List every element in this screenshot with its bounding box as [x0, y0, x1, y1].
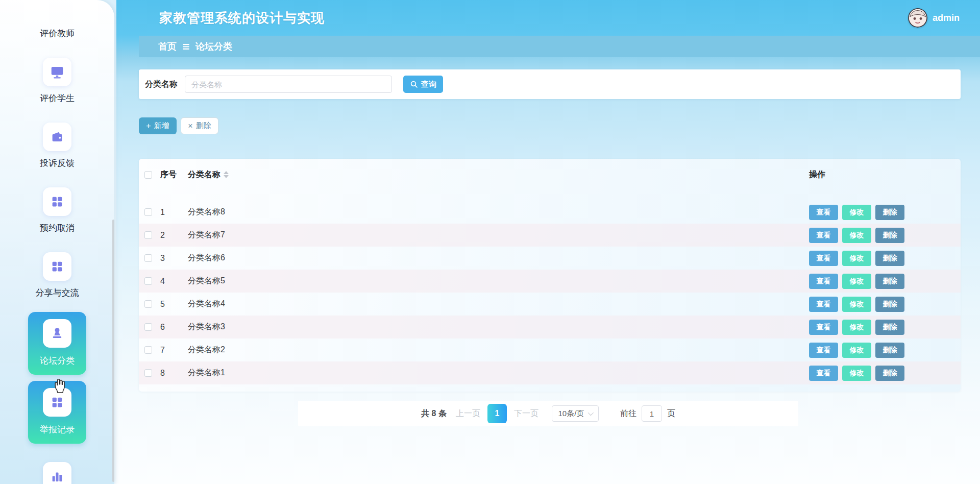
cell-name: 分类名称1 — [188, 368, 809, 378]
top-header: 家教管理系统的设计与实现 admin — [116, 0, 980, 36]
table-row: 2 分类名称7 查看 修改 删除 — [139, 224, 961, 247]
cell-index: 5 — [160, 300, 188, 309]
table-row: 7 分类名称2 查看 修改 删除 — [139, 338, 961, 361]
row-checkbox[interactable] — [144, 254, 152, 262]
sidebar-item-label: 分享与交流 — [36, 287, 79, 299]
content-area: 家教管理系统的设计与实现 admin 首页 — [116, 0, 980, 484]
pagination-bar: 共 8 条 上一页 1 下一页 10条/页 前往 页 — [298, 401, 798, 426]
page-size-select[interactable]: 10条/页 — [552, 405, 599, 422]
row-checkbox[interactable] — [144, 369, 152, 377]
view-button[interactable]: 查看 — [809, 274, 838, 289]
sidebar-item-system-manage[interactable]: 系统管理 — [40, 462, 75, 484]
sidebar-item-forum-category[interactable]: 论坛分类 — [28, 312, 86, 375]
cell-name: 分类名称2 — [188, 345, 809, 355]
select-all-checkbox[interactable] — [144, 171, 152, 179]
edit-button[interactable]: 修改 — [842, 343, 871, 358]
view-button[interactable]: 查看 — [809, 228, 838, 243]
row-checkbox[interactable] — [144, 277, 152, 285]
cell-name: 分类名称7 — [188, 230, 809, 240]
view-button[interactable]: 查看 — [809, 366, 838, 381]
sidebar: 评价教师 评价学生 投诉反馈 预约取消 — [0, 0, 114, 484]
x-icon: × — [188, 122, 192, 130]
delete-button[interactable]: 删除 — [875, 205, 904, 220]
row-checkbox[interactable] — [144, 231, 152, 239]
row-checkbox[interactable] — [144, 346, 152, 354]
current-page-button[interactable]: 1 — [487, 404, 507, 423]
column-header-name: 分类名称 — [188, 170, 809, 180]
edit-button[interactable]: 修改 — [842, 274, 871, 289]
view-button[interactable]: 查看 — [809, 320, 838, 335]
edit-button[interactable]: 修改 — [842, 251, 871, 266]
data-table: 序号 分类名称 操作 1 分类名称8 查看 修改 删除 2 — [139, 159, 961, 392]
edit-button[interactable]: 修改 — [842, 228, 871, 243]
grid-icon — [43, 252, 71, 281]
delete-button[interactable]: 删除 — [875, 274, 904, 289]
breadcrumb: 首页 论坛分类 — [139, 36, 980, 57]
cell-index: 6 — [160, 323, 188, 332]
sidebar-item-rate-student[interactable]: 评价学生 — [40, 58, 75, 104]
breadcrumb-separator-icon — [182, 43, 190, 50]
bar-chart-icon — [43, 462, 71, 484]
grid-icon — [43, 388, 71, 417]
goto-page-group: 前往 页 — [620, 405, 675, 422]
edit-button[interactable]: 修改 — [842, 205, 871, 220]
row-checkbox[interactable] — [144, 300, 152, 308]
sort-control[interactable] — [224, 171, 229, 178]
breadcrumb-home-link[interactable]: 首页 — [158, 40, 177, 53]
cell-name: 分类名称4 — [188, 299, 809, 309]
next-page-button[interactable]: 下一页 — [514, 408, 538, 419]
user-box: admin — [908, 8, 960, 28]
edit-button[interactable]: 修改 — [842, 366, 871, 381]
delete-button[interactable]: 删除 — [875, 343, 904, 358]
delete-button[interactable]: 删除 — [875, 320, 904, 335]
table-row: 6 分类名称3 查看 修改 删除 — [139, 316, 961, 338]
view-button[interactable]: 查看 — [809, 297, 838, 312]
avatar[interactable] — [908, 8, 927, 28]
delete-button[interactable]: 删除 — [875, 366, 904, 381]
monitor-icon — [43, 58, 71, 86]
view-button[interactable]: 查看 — [809, 251, 838, 266]
sidebar-item-rate-teacher[interactable]: 评价教师 — [40, 28, 75, 39]
cell-index: 8 — [160, 369, 188, 378]
search-field-label: 分类名称 — [145, 79, 178, 90]
batch-delete-button[interactable]: × 删除 — [181, 117, 218, 134]
sidebar-item-label: 投诉反馈 — [40, 157, 75, 169]
table-row: 8 分类名称1 查看 修改 删除 — [139, 361, 961, 384]
table-row: 3 分类名称6 查看 修改 删除 — [139, 247, 961, 270]
view-button[interactable]: 查看 — [809, 205, 838, 220]
sidebar-item-complaint-feedback[interactable]: 投诉反馈 — [40, 123, 75, 169]
cell-name: 分类名称8 — [188, 207, 809, 217]
sidebar-item-report-record[interactable]: 举报记录 — [28, 381, 86, 444]
add-button[interactable]: + 新增 — [139, 117, 177, 134]
table-header-spacer — [139, 187, 961, 201]
delete-button[interactable]: 删除 — [875, 228, 904, 243]
view-button[interactable]: 查看 — [809, 343, 838, 358]
edit-button[interactable]: 修改 — [842, 297, 871, 312]
sort-desc-icon — [224, 175, 229, 178]
sidebar-item-booking-cancel[interactable]: 预约取消 — [40, 187, 75, 234]
delete-button[interactable]: 删除 — [875, 297, 904, 312]
sidebar-scrollbar[interactable] — [112, 220, 114, 482]
table-row: 4 分类名称5 查看 修改 删除 — [139, 270, 961, 293]
sidebar-item-share-exchange[interactable]: 分享与交流 — [36, 252, 79, 299]
row-checkbox[interactable] — [144, 208, 152, 216]
search-input[interactable] — [185, 76, 392, 93]
row-checkbox[interactable] — [144, 323, 152, 331]
cell-index: 1 — [160, 208, 188, 217]
sort-asc-icon — [224, 171, 229, 174]
sidebar-item-label: 评价学生 — [40, 92, 75, 104]
query-button[interactable]: 查询 — [403, 76, 443, 93]
goto-page-input[interactable] — [642, 405, 662, 422]
stamp-icon — [43, 319, 71, 348]
column-header-name-label: 分类名称 — [188, 170, 220, 179]
sidebar-menu: 评价教师 评价学生 投诉反馈 预约取消 — [0, 0, 114, 484]
sidebar-item-label: 预约取消 — [40, 222, 75, 234]
prev-page-button[interactable]: 上一页 — [456, 408, 480, 419]
goto-unit-label: 页 — [667, 408, 675, 419]
cell-index: 4 — [160, 277, 188, 286]
grid-icon — [43, 187, 71, 216]
toolbar: + 新增 × 删除 — [139, 117, 961, 134]
table-header-row: 序号 分类名称 操作 — [139, 162, 961, 187]
delete-button[interactable]: 删除 — [875, 251, 904, 266]
edit-button[interactable]: 修改 — [842, 320, 871, 335]
